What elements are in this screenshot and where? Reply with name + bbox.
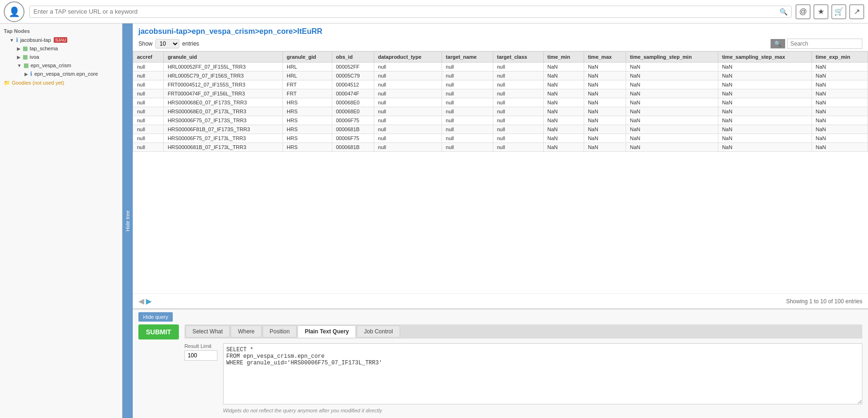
table-cell: NaN xyxy=(584,134,626,143)
table-cell: NaN xyxy=(626,125,718,134)
table-cell: null xyxy=(133,116,164,125)
col-time-max[interactable]: time_max xyxy=(584,52,626,63)
url-search-bar[interactable]: 🔍 xyxy=(29,6,792,18)
table-icon: ▦ xyxy=(23,54,28,60)
arrow-icon-button[interactable]: ↗ xyxy=(849,4,864,19)
col-target-class[interactable]: target_class xyxy=(493,52,543,63)
table-cell: NaN xyxy=(543,143,584,152)
table-search-button[interactable]: 🔍 xyxy=(771,39,785,48)
result-limit-input[interactable] xyxy=(185,350,217,361)
table-cell: NaN xyxy=(543,80,584,89)
table-cell: NaN xyxy=(626,134,718,143)
col-time-min[interactable]: time_min xyxy=(543,52,584,63)
result-limit-block: Result Limit xyxy=(185,343,217,413)
at-icon-button[interactable]: @ xyxy=(796,4,811,19)
entries-select[interactable]: 10 25 50 100 xyxy=(155,39,179,48)
table-cell: NaN xyxy=(812,89,868,98)
prev-page-arrow[interactable]: ◀ xyxy=(138,297,144,306)
sidebar-item-label: tap_schema xyxy=(30,46,58,51)
table-cell: NaN xyxy=(626,107,718,116)
table-cell: null xyxy=(133,98,164,107)
tab-position[interactable]: Position xyxy=(263,325,297,338)
table-cell: null xyxy=(374,134,442,143)
sidebar-item-epn-core[interactable]: ▶ ℹ epn_vespa_crism.epn_core xyxy=(0,70,122,78)
table-cell: NaN xyxy=(812,80,868,89)
table-cell: NaN xyxy=(812,125,868,134)
col-dataproduct-type[interactable]: dataproduct_type xyxy=(374,52,442,63)
sidebar-item-jacobsuni-tap[interactable]: ▼ ℹ jacobsuni-tap SJAU xyxy=(0,36,122,44)
tab-select-what[interactable]: Select What xyxy=(185,325,230,338)
search-icon: 🔍 xyxy=(780,8,788,16)
table-icon: ▦ xyxy=(23,45,28,52)
table-cell: 000068E0 xyxy=(332,98,374,107)
table-cell: 0000474F xyxy=(332,89,374,98)
sidebar-item-label: epn_vespa_crism xyxy=(31,63,71,68)
table-cell: NaN xyxy=(543,134,584,143)
table-cell: null xyxy=(493,107,543,116)
table-row: nullFRT0000474F_07_IF156L_TRR3FRT0000474… xyxy=(133,89,868,98)
sidebar-item-tap-schema[interactable]: ▶ ▦ tap_schema xyxy=(0,44,122,53)
col-accref[interactable]: accref xyxy=(133,52,164,63)
table-cell: NaN xyxy=(812,116,868,125)
tab-plain-text-query[interactable]: Plain Text Query xyxy=(297,325,356,338)
sidebar-item-epn-vespa-crism[interactable]: ▼ ▦ epn_vespa_crism xyxy=(0,61,122,70)
col-time-sampling-step-min[interactable]: time_sampling_step_min xyxy=(626,52,718,63)
table-cell: null xyxy=(493,71,543,80)
table-cell: 0000681B xyxy=(332,143,374,152)
table-cell: NaN xyxy=(584,80,626,89)
table-cell: NaN xyxy=(812,134,868,143)
table-cell: NaN xyxy=(626,98,718,107)
pagination-arrows: ◀ ▶ xyxy=(138,297,152,306)
table-cell: NaN xyxy=(584,107,626,116)
col-target-name[interactable]: target_name xyxy=(442,52,493,63)
table-cell: HRS00006F75_07_IF173S_TRR3 xyxy=(164,116,283,125)
pagination-bar: ◀ ▶ Showing 1 to 10 of 100 entries xyxy=(133,293,868,308)
table-search-input[interactable] xyxy=(787,39,862,49)
col-time-sampling-step-max[interactable]: time_sampling_step_max xyxy=(718,52,812,63)
sidebar-item-label: ivoa xyxy=(30,54,39,60)
app-logo: 👤 xyxy=(4,1,24,22)
col-granule-gid[interactable]: granule_gid xyxy=(283,52,332,63)
table-cell: null xyxy=(133,134,164,143)
hide-query-button[interactable]: Hide query xyxy=(138,312,173,322)
table-cell: HRS xyxy=(283,116,332,125)
table-cell: null xyxy=(442,116,493,125)
table-cell: null xyxy=(442,98,493,107)
table-cell: null xyxy=(442,107,493,116)
table-cell: HRS000068E0_07_IF173S_TRR3 xyxy=(164,98,283,107)
table-cell: NaN xyxy=(718,143,812,152)
right-panel: jacobsuni-tap>epn_vespa_crism>epn_core>I… xyxy=(133,24,868,418)
table-cell: null xyxy=(133,89,164,98)
table-cell: NaN xyxy=(626,89,718,98)
table-row: nullHRS0000681B_07_IF173L_TRR3HRS0000681… xyxy=(133,143,868,152)
sjau-badge: SJAU xyxy=(54,37,67,43)
table-body: nullHRL000052FF_07_IF155L_TRR3HRL000052F… xyxy=(133,63,868,152)
sidebar-item-ivoa[interactable]: ▶ ▦ ivoa xyxy=(0,53,122,61)
table-row: nullHRL0005C79_07_IF156S_TRR3HRL00005C79… xyxy=(133,71,868,80)
table-header-row: accref granule_uid granule_gid obs_id da… xyxy=(133,52,868,63)
tab-job-control[interactable]: Job Control xyxy=(357,325,400,338)
cart-icon-button[interactable]: 🛒 xyxy=(831,4,846,19)
data-table: accref granule_uid granule_gid obs_id da… xyxy=(133,51,868,152)
table-cell: null xyxy=(442,80,493,89)
next-page-arrow[interactable]: ▶ xyxy=(146,297,152,306)
star-icon-button[interactable]: ★ xyxy=(813,4,828,19)
table-cell: HRS00006F81B_07_IF173S_TRR3 xyxy=(164,125,283,134)
table-cell: HRS xyxy=(283,134,332,143)
col-obs-id[interactable]: obs_id xyxy=(332,52,374,63)
table-cell: 000052FF xyxy=(332,63,374,71)
hide-tree-tab[interactable]: Hide tree xyxy=(122,24,133,418)
submit-button[interactable]: SUBMIT xyxy=(138,324,179,339)
col-granule-uid[interactable]: granule_uid xyxy=(164,52,283,63)
col-time-exp-min[interactable]: time_exp_min xyxy=(812,52,868,63)
url-search-input[interactable] xyxy=(33,8,780,15)
table-cell: 000068E0 xyxy=(332,107,374,116)
tab-where[interactable]: Where xyxy=(231,325,261,338)
query-section: Hide query SUBMIT Select What Where Posi… xyxy=(133,308,868,418)
table-row: nullHRS000068E0_07_IF173S_TRR3HRS000068E… xyxy=(133,98,868,107)
entries-label: entries xyxy=(182,40,199,47)
query-textarea[interactable]: SELECT * FROM epn_vespa_crism.epn_core W… xyxy=(223,343,862,404)
table-cell: FRT xyxy=(283,80,332,89)
table-cell: null xyxy=(493,89,543,98)
table-cell: NaN xyxy=(812,98,868,107)
